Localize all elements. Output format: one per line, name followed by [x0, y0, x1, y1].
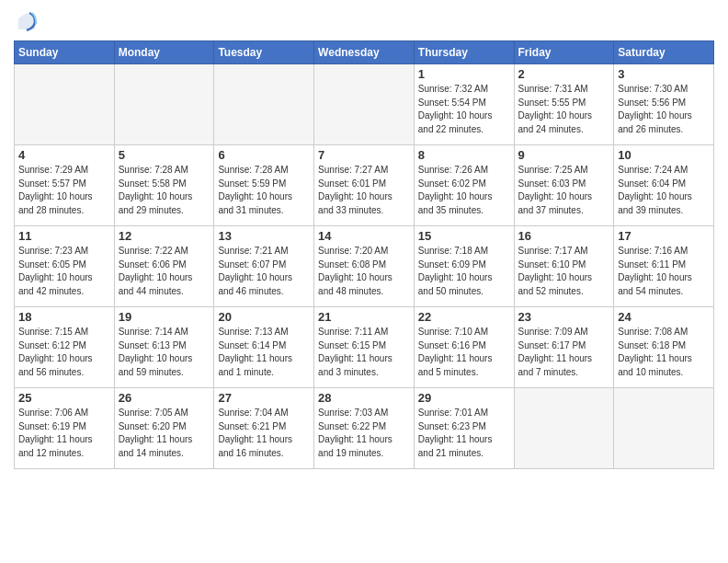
day-cell: 13Sunrise: 7:21 AM Sunset: 6:07 PM Dayli…: [214, 226, 314, 307]
day-cell: 27Sunrise: 7:04 AM Sunset: 6:21 PM Dayli…: [214, 388, 314, 469]
day-info: Sunrise: 7:22 AM Sunset: 6:06 PM Dayligh…: [119, 245, 210, 298]
day-number: 22: [418, 310, 510, 324]
day-cell: 16Sunrise: 7:17 AM Sunset: 6:10 PM Dayli…: [514, 226, 614, 307]
page-header: [14, 9, 714, 35]
calendar-table: SundayMondayTuesdayWednesdayThursdayFrid…: [14, 40, 714, 469]
day-number: 15: [418, 229, 510, 243]
day-cell: 6Sunrise: 7:28 AM Sunset: 5:59 PM Daylig…: [214, 145, 314, 226]
day-cell: 24Sunrise: 7:08 AM Sunset: 6:18 PM Dayli…: [614, 307, 714, 388]
week-row-3: 18Sunrise: 7:15 AM Sunset: 6:12 PM Dayli…: [15, 307, 714, 388]
day-number: 2: [518, 67, 610, 81]
day-number: 11: [18, 229, 110, 243]
day-cell: 26Sunrise: 7:05 AM Sunset: 6:20 PM Dayli…: [114, 388, 214, 469]
day-header-friday: Friday: [514, 41, 614, 64]
day-number: 27: [218, 391, 310, 405]
day-info: Sunrise: 7:17 AM Sunset: 6:10 PM Dayligh…: [518, 245, 610, 298]
day-header-tuesday: Tuesday: [214, 41, 314, 64]
day-cell: 17Sunrise: 7:16 AM Sunset: 6:11 PM Dayli…: [614, 226, 714, 307]
calendar-body: 1Sunrise: 7:32 AM Sunset: 5:54 PM Daylig…: [15, 64, 714, 469]
day-cell: [214, 64, 314, 145]
day-info: Sunrise: 7:05 AM Sunset: 6:20 PM Dayligh…: [119, 407, 210, 460]
day-cell: 20Sunrise: 7:13 AM Sunset: 6:14 PM Dayli…: [214, 307, 314, 388]
logo-icon: [17, 11, 37, 35]
day-number: 20: [218, 310, 310, 324]
day-number: 5: [119, 148, 210, 162]
day-header-monday: Monday: [114, 41, 214, 64]
day-info: Sunrise: 7:15 AM Sunset: 6:12 PM Dayligh…: [18, 326, 110, 379]
day-info: Sunrise: 7:30 AM Sunset: 5:56 PM Dayligh…: [618, 83, 710, 136]
day-number: 12: [119, 229, 210, 243]
day-cell: 22Sunrise: 7:10 AM Sunset: 6:16 PM Dayli…: [414, 307, 514, 388]
day-cell: 9Sunrise: 7:25 AM Sunset: 6:03 PM Daylig…: [514, 145, 614, 226]
day-info: Sunrise: 7:28 AM Sunset: 5:58 PM Dayligh…: [119, 164, 210, 217]
day-number: 16: [518, 229, 610, 243]
day-cell: 12Sunrise: 7:22 AM Sunset: 6:06 PM Dayli…: [114, 226, 214, 307]
calendar-header-row: SundayMondayTuesdayWednesdayThursdayFrid…: [15, 41, 714, 64]
logo: [14, 15, 37, 35]
day-number: 14: [318, 229, 410, 243]
day-cell: [15, 64, 115, 145]
day-cell: 18Sunrise: 7:15 AM Sunset: 6:12 PM Dayli…: [15, 307, 115, 388]
day-number: 23: [518, 310, 610, 324]
day-cell: [314, 64, 415, 145]
day-info: Sunrise: 7:11 AM Sunset: 6:15 PM Dayligh…: [318, 326, 410, 379]
day-number: 21: [318, 310, 410, 324]
week-row-1: 4Sunrise: 7:29 AM Sunset: 5:57 PM Daylig…: [15, 145, 714, 226]
day-cell: 2Sunrise: 7:31 AM Sunset: 5:55 PM Daylig…: [514, 64, 614, 145]
week-row-4: 25Sunrise: 7:06 AM Sunset: 6:19 PM Dayli…: [15, 388, 714, 469]
day-cell: 5Sunrise: 7:28 AM Sunset: 5:58 PM Daylig…: [114, 145, 214, 226]
day-cell: 28Sunrise: 7:03 AM Sunset: 6:22 PM Dayli…: [314, 388, 415, 469]
day-number: 10: [618, 148, 710, 162]
day-cell: 11Sunrise: 7:23 AM Sunset: 6:05 PM Dayli…: [15, 226, 115, 307]
day-info: Sunrise: 7:06 AM Sunset: 6:19 PM Dayligh…: [18, 407, 110, 460]
day-info: Sunrise: 7:23 AM Sunset: 6:05 PM Dayligh…: [18, 245, 110, 298]
day-info: Sunrise: 7:09 AM Sunset: 6:17 PM Dayligh…: [518, 326, 610, 379]
day-cell: [514, 388, 614, 469]
day-info: Sunrise: 7:14 AM Sunset: 6:13 PM Dayligh…: [119, 326, 210, 379]
day-cell: [614, 388, 714, 469]
day-info: Sunrise: 7:31 AM Sunset: 5:55 PM Dayligh…: [518, 83, 610, 136]
day-cell: 8Sunrise: 7:26 AM Sunset: 6:02 PM Daylig…: [414, 145, 514, 226]
day-header-saturday: Saturday: [614, 41, 714, 64]
day-number: 4: [18, 148, 110, 162]
day-number: 7: [318, 148, 410, 162]
day-cell: 23Sunrise: 7:09 AM Sunset: 6:17 PM Dayli…: [514, 307, 614, 388]
day-info: Sunrise: 7:26 AM Sunset: 6:02 PM Dayligh…: [418, 164, 510, 217]
day-number: 29: [418, 391, 510, 405]
day-header-wednesday: Wednesday: [314, 41, 415, 64]
day-info: Sunrise: 7:18 AM Sunset: 6:09 PM Dayligh…: [418, 245, 510, 298]
day-cell: 3Sunrise: 7:30 AM Sunset: 5:56 PM Daylig…: [614, 64, 714, 145]
day-number: 8: [418, 148, 510, 162]
day-number: 18: [18, 310, 110, 324]
day-number: 17: [618, 229, 710, 243]
day-info: Sunrise: 7:03 AM Sunset: 6:22 PM Dayligh…: [318, 407, 410, 460]
day-info: Sunrise: 7:21 AM Sunset: 6:07 PM Dayligh…: [218, 245, 310, 298]
day-number: 3: [618, 67, 710, 81]
day-number: 9: [518, 148, 610, 162]
day-number: 1: [418, 67, 510, 81]
day-info: Sunrise: 7:32 AM Sunset: 5:54 PM Dayligh…: [418, 83, 510, 136]
week-row-0: 1Sunrise: 7:32 AM Sunset: 5:54 PM Daylig…: [15, 64, 714, 145]
day-number: 28: [318, 391, 410, 405]
day-cell: 10Sunrise: 7:24 AM Sunset: 6:04 PM Dayli…: [614, 145, 714, 226]
day-cell: 15Sunrise: 7:18 AM Sunset: 6:09 PM Dayli…: [414, 226, 514, 307]
day-cell: 14Sunrise: 7:20 AM Sunset: 6:08 PM Dayli…: [314, 226, 415, 307]
day-info: Sunrise: 7:04 AM Sunset: 6:21 PM Dayligh…: [218, 407, 310, 460]
day-cell: 19Sunrise: 7:14 AM Sunset: 6:13 PM Dayli…: [114, 307, 214, 388]
day-cell: 25Sunrise: 7:06 AM Sunset: 6:19 PM Dayli…: [15, 388, 115, 469]
day-info: Sunrise: 7:16 AM Sunset: 6:11 PM Dayligh…: [618, 245, 710, 298]
day-number: 25: [18, 391, 110, 405]
day-number: 19: [119, 310, 210, 324]
day-info: Sunrise: 7:20 AM Sunset: 6:08 PM Dayligh…: [318, 245, 410, 298]
day-info: Sunrise: 7:24 AM Sunset: 6:04 PM Dayligh…: [618, 164, 710, 217]
day-number: 13: [218, 229, 310, 243]
day-number: 26: [119, 391, 210, 405]
day-info: Sunrise: 7:01 AM Sunset: 6:23 PM Dayligh…: [418, 407, 510, 460]
day-info: Sunrise: 7:28 AM Sunset: 5:59 PM Dayligh…: [218, 164, 310, 217]
day-info: Sunrise: 7:25 AM Sunset: 6:03 PM Dayligh…: [518, 164, 610, 217]
day-cell: 7Sunrise: 7:27 AM Sunset: 6:01 PM Daylig…: [314, 145, 415, 226]
day-info: Sunrise: 7:10 AM Sunset: 6:16 PM Dayligh…: [418, 326, 510, 379]
day-cell: 1Sunrise: 7:32 AM Sunset: 5:54 PM Daylig…: [414, 64, 514, 145]
day-info: Sunrise: 7:27 AM Sunset: 6:01 PM Dayligh…: [318, 164, 410, 217]
day-number: 6: [218, 148, 310, 162]
